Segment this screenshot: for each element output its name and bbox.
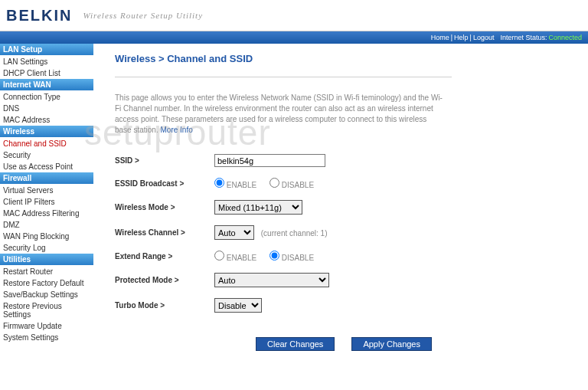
sidebar: LAN Setup LAN Settings DHCP Client List …: [0, 44, 93, 366]
ssid-label: SSID >: [115, 156, 214, 165]
extend-disable-label: DISABLE: [282, 254, 314, 262]
sidebar-item-security[interactable]: Security: [0, 149, 93, 161]
sidebar-cat-utilities: Utilities: [0, 254, 93, 266]
sidebar-item-mac-filtering[interactable]: MAC Address Filtering: [0, 208, 93, 219]
extend-enable-radio[interactable]: [214, 251, 224, 261]
top-nav-bar: Home | Help | Logout Internet Status: Co…: [0, 31, 588, 44]
tagline: Wireless Router Setup Utility: [83, 11, 203, 20]
turbo-mode-select[interactable]: Disable: [214, 298, 262, 313]
main-content: Wireless > Channel and SSID This page al…: [93, 44, 588, 366]
sidebar-item-connection-type[interactable]: Connection Type: [0, 91, 93, 103]
internet-status-label: Internet Status:: [500, 34, 547, 41]
protected-mode-label: Protected Mode >: [115, 276, 214, 284]
nav-logout[interactable]: Logout: [473, 34, 495, 41]
sidebar-item-dhcp-client-list[interactable]: DHCP Client List: [0, 67, 93, 79]
essid-enable-label: ENABLE: [227, 181, 256, 189]
wireless-mode-label: Wireless Mode >: [115, 203, 214, 211]
page-title: Wireless > Channel and SSID: [115, 53, 573, 64]
turbo-mode-label: Turbo Mode >: [115, 301, 214, 310]
wireless-channel-select[interactable]: Auto: [214, 225, 254, 240]
extend-disable-radio[interactable]: [270, 251, 279, 261]
more-info-link[interactable]: More Info: [161, 126, 193, 134]
essid-disable-label: DISABLE: [282, 181, 314, 189]
sidebar-item-system-settings[interactable]: System Settings: [0, 332, 93, 343]
extend-range-label: Extend Range >: [115, 252, 214, 261]
sidebar-item-lan-settings[interactable]: LAN Settings: [0, 56, 93, 67]
wireless-channel-label: Wireless Channel >: [115, 228, 214, 237]
header: BELKIN Wireless Router Setup Utility: [0, 0, 588, 31]
protected-mode-select[interactable]: Auto: [214, 273, 329, 287]
sidebar-item-restore-default[interactable]: Restore Factory Default: [0, 277, 93, 289]
sidebar-cat-wireless: Wireless: [0, 126, 93, 138]
sidebar-item-client-ip-filters[interactable]: Client IP Filters: [0, 196, 93, 208]
apply-changes-button[interactable]: Apply Changes: [351, 337, 432, 351]
nav-home[interactable]: Home: [431, 34, 449, 41]
essid-broadcast-label: ESSID Broadcast >: [115, 179, 214, 188]
sidebar-item-restart-router[interactable]: Restart Router: [0, 266, 93, 277]
sidebar-item-access-point[interactable]: Use as Access Point: [0, 161, 93, 172]
sidebar-item-dmz[interactable]: DMZ: [0, 219, 93, 231]
internet-status-value: Connected: [548, 34, 582, 41]
wireless-mode-select[interactable]: Mixed (11b+11g): [214, 200, 302, 215]
nav-sep: |: [470, 34, 472, 41]
extend-enable-label: ENABLE: [227, 254, 256, 262]
sidebar-item-dns[interactable]: DNS: [0, 103, 93, 114]
sidebar-cat-firewall: Firewall: [0, 172, 93, 185]
sidebar-item-save-backup[interactable]: Save/Backup Settings: [0, 289, 93, 300]
sidebar-item-wan-ping-blocking[interactable]: WAN Ping Blocking: [0, 231, 93, 242]
sidebar-item-virtual-servers[interactable]: Virtual Servers: [0, 185, 93, 196]
brand-logo: BELKIN: [6, 7, 72, 25]
sidebar-item-security-log[interactable]: Security Log: [0, 242, 93, 254]
sidebar-item-channel-ssid[interactable]: Channel and SSID: [0, 138, 93, 149]
sidebar-item-restore-previous[interactable]: Restore Previous Settings: [0, 300, 93, 320]
ssid-input[interactable]: [214, 154, 325, 167]
title-separator: [115, 77, 452, 77]
essid-enable-radio[interactable]: [214, 178, 224, 188]
essid-disable-radio[interactable]: [270, 178, 279, 188]
page-description: This page allows you to enter the Wirele…: [115, 93, 444, 136]
sidebar-item-mac-address[interactable]: MAC Address: [0, 114, 93, 126]
clear-changes-button[interactable]: Clear Changes: [256, 337, 335, 351]
nav-sep: |: [451, 34, 452, 41]
nav-help[interactable]: Help: [454, 34, 469, 41]
sidebar-item-firmware-update[interactable]: Firmware Update: [0, 320, 93, 332]
current-channel: (current channel: 1): [261, 229, 328, 238]
sidebar-cat-wan: Internet WAN: [0, 79, 93, 91]
sidebar-cat-lan: LAN Setup: [0, 44, 93, 56]
